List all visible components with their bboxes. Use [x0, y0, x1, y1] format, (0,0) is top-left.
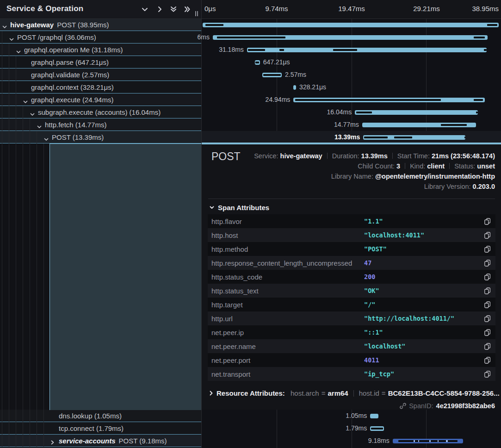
span-duration-label: 647.21μs [263, 58, 290, 66]
span-operation-label: graphql.execute (24.94ms) [31, 96, 113, 104]
meta-label: Service: [254, 152, 280, 160]
resource-separator [353, 390, 354, 397]
meta-label: Library Version: [424, 183, 473, 190]
chevron-right-icon[interactable] [51, 438, 56, 443]
child-span-marker [364, 137, 388, 138]
copy-icon[interactable] [483, 287, 491, 294]
attribute-key: net.peer.name [211, 342, 364, 350]
span-row[interactable]: graphql.context (328.21μs) [0, 81, 201, 93]
span-duration-bar[interactable] [213, 35, 488, 40]
span-duration-bar[interactable] [293, 98, 485, 102]
copy-icon[interactable] [483, 218, 491, 225]
span-duration-bar[interactable] [262, 73, 282, 77]
panel-resize-handle[interactable] [194, 10, 199, 17]
copy-icon[interactable] [483, 356, 491, 364]
span-duration-bar[interactable] [362, 123, 476, 127]
attribute-value: "OK" [364, 287, 483, 294]
span-duration-label: 6ms [198, 33, 210, 41]
child-span-marker [394, 137, 413, 138]
attribute-key: net.peer.port [211, 356, 364, 364]
span-row[interactable]: POST /graphql (36.06ms) [0, 31, 201, 44]
chevron-down-icon[interactable] [44, 135, 49, 140]
span-detail-title: POST [211, 150, 241, 163]
detail-meta-line: Service: hive-gatewayDuration: 13.39msSt… [254, 151, 495, 161]
child-span-marker [429, 440, 431, 442]
span-operation-label: http.fetch (14.77ms) [45, 121, 106, 129]
child-span-marker [279, 49, 284, 51]
timeline-row: 1.05ms [202, 410, 501, 422]
span-duration-bar[interactable] [203, 23, 499, 27]
child-span-marker [217, 37, 286, 38]
attribute-value: 200 [364, 273, 483, 280]
detail-meta-line: Child Count: 3Kind: clientStatus: unset [254, 161, 495, 171]
copy-icon[interactable] [483, 245, 491, 253]
copy-icon[interactable] [483, 231, 491, 239]
meta-label: Library Name: [331, 173, 375, 180]
expand-one-icon[interactable] [155, 5, 164, 13]
collapse-one-icon[interactable] [140, 5, 149, 13]
expand-all-icon[interactable] [183, 5, 192, 13]
resource-attributes-row: Resource Attributes: host.arch=arm64host… [210, 389, 500, 397]
span-id-row: SpanID: 4e21998f3b82abe6 [400, 402, 495, 410]
span-row[interactable]: tcp.connect (1.79ms) [0, 422, 201, 435]
span-service-name: hive-gateway [10, 21, 54, 29]
chevron-down-icon[interactable] [23, 97, 28, 102]
attribute-key: http.target [211, 301, 364, 309]
meta-value: 0.203.0 [473, 183, 495, 190]
ruler-tick-label: 38.95ms [472, 5, 499, 12]
copy-icon[interactable] [483, 342, 491, 350]
span-duration-bar[interactable] [370, 426, 384, 431]
span-row[interactable]: service-accountsPOST (9.18ms) [0, 435, 201, 447]
span-operation-label: dns.lookup (1.05ms) [59, 412, 122, 420]
span-row[interactable]: dns.lookup (1.05ms) [0, 410, 201, 422]
span-duration-bar[interactable] [293, 85, 296, 90]
span-row[interactable]: http.fetch (14.77ms) [0, 118, 201, 131]
chevron-down-icon[interactable] [30, 110, 35, 115]
copy-icon[interactable] [483, 273, 491, 280]
panel-title: Service & Operation [6, 4, 83, 13]
attribute-key: http.status_code [211, 273, 364, 281]
span-duration-bar[interactable] [370, 414, 378, 418]
span-duration-bar[interactable] [355, 110, 478, 115]
attribute-value: "ip_tcp" [364, 370, 483, 378]
span-duration-bar[interactable] [255, 60, 260, 65]
span-duration-bar[interactable] [393, 439, 463, 443]
detail-divider [208, 199, 495, 199]
span-name-panel: hive-gatewayPOST (38.95ms)POST /graphql … [0, 0, 201, 448]
timeline-row: 1.79ms [202, 422, 501, 435]
chevron-down-icon[interactable] [37, 122, 42, 127]
child-span-marker [474, 99, 483, 101]
child-span-marker [464, 137, 465, 138]
copy-icon[interactable] [483, 301, 491, 308]
copy-icon[interactable] [483, 329, 491, 336]
timeline-row: 647.21μs [202, 56, 501, 68]
span-row[interactable]: graphql.operation Me (31.18ms) [0, 44, 201, 56]
span-attributes-toggle[interactable]: Span Attributes [210, 204, 269, 212]
span-row[interactable]: graphql.parse (647.21μs) [0, 56, 201, 68]
span-duration-bar[interactable] [247, 48, 487, 52]
attribute-row: http.status_code200 [208, 270, 495, 284]
copy-icon[interactable] [483, 259, 491, 267]
collapse-all-icon[interactable] [169, 5, 178, 13]
chevron-down-icon[interactable] [2, 22, 7, 27]
chevron-down-icon[interactable] [16, 47, 21, 52]
span-duration-label: 9.18ms [368, 437, 390, 444]
resource-attributes-toggle[interactable]: Resource Attributes: [216, 389, 285, 397]
span-row[interactable]: graphql.execute (24.94ms) [0, 93, 201, 106]
timeline-row: 13.39ms [202, 131, 501, 143]
attribute-row: http.flavor"1.1" [208, 214, 495, 228]
span-operation-label: tcp.connect (1.79ms) [59, 424, 124, 432]
span-duration-bar[interactable] [363, 135, 465, 140]
span-row[interactable]: hive-gatewayPOST (38.95ms) [0, 19, 201, 31]
span-duration-label: 13.39ms [334, 133, 360, 141]
copy-icon[interactable] [483, 315, 491, 322]
chevron-down-icon[interactable] [9, 35, 14, 40]
link-icon[interactable] [400, 403, 406, 409]
resource-value: arm64 [328, 389, 348, 397]
span-row[interactable]: graphql.validate (2.57ms) [0, 68, 201, 81]
attribute-row: net.peer.ip"::1" [208, 325, 495, 339]
span-row[interactable]: subgraph.execute (accounts) (16.04ms) [0, 106, 201, 118]
copy-icon[interactable] [483, 370, 491, 378]
attribute-row: net.transport"ip_tcp" [208, 367, 495, 381]
span-row[interactable]: POST (13.39ms) [0, 131, 201, 143]
